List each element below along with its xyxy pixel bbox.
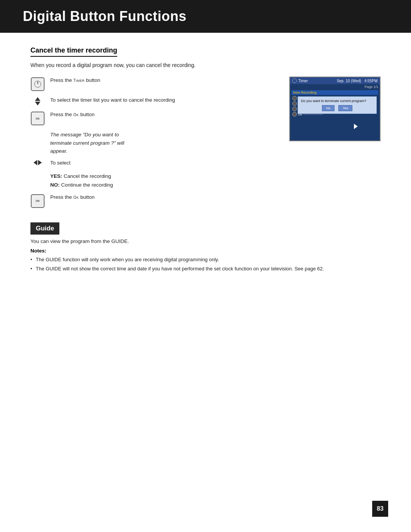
tv-timer-label: Timer bbox=[298, 79, 308, 83]
step-3-row: OK Press the OK button bbox=[30, 111, 278, 125]
page-content: Cancel the timer recording When you reco… bbox=[0, 46, 411, 273]
tv-screen: Timer Sep. 10 (Wed) 4:55PM Page 1/1 Now … bbox=[289, 77, 381, 141]
cancel-timer-section: Cancel the timer recording When you reco… bbox=[30, 46, 381, 213]
ok-keyword-2: OK bbox=[73, 195, 79, 200]
tv-date: Sep. 10 (Wed) bbox=[337, 79, 361, 83]
step-3-text: Press the OK button bbox=[50, 111, 278, 118]
guide-section: Guide You can view the program from the … bbox=[30, 222, 381, 273]
step-1-row: Press the TIMER button bbox=[30, 77, 278, 91]
tv-time: 4:55PM bbox=[365, 79, 378, 83]
arrow-down-icon bbox=[35, 102, 40, 105]
arrow-right-icon bbox=[38, 160, 42, 165]
arrow-left-icon bbox=[33, 160, 37, 165]
page-header: Digital Button Functions bbox=[0, 0, 411, 33]
tv-dialog-yes-button: Yes bbox=[338, 105, 352, 111]
notes-list: The GUIDE function will only work when y… bbox=[30, 256, 381, 273]
tv-row-icon-2 bbox=[292, 101, 297, 106]
step-2-row: To select the timer list you want to can… bbox=[30, 96, 278, 105]
notes-title: Notes: bbox=[30, 248, 381, 254]
guide-title: Guide bbox=[30, 222, 59, 235]
arrows-updown-icon bbox=[30, 96, 45, 105]
tv-dialog-no-button: No bbox=[322, 105, 335, 111]
page-title: Digital Button Functions bbox=[23, 8, 388, 24]
step-5-text: Press the OK button bbox=[50, 193, 278, 201]
arrow-up-icon bbox=[35, 97, 40, 101]
tv-row-icon-3 bbox=[292, 107, 297, 111]
tv-cursor-arrow bbox=[354, 124, 358, 129]
timer-keyword: TIMER bbox=[73, 78, 84, 83]
no-option: NO: Continue the recording bbox=[50, 181, 278, 190]
arrows-lr-icon bbox=[30, 159, 45, 165]
tv-dialog: Do you want to terminate current program… bbox=[298, 96, 377, 114]
note-item-1: The GUIDE function will only work when y… bbox=[30, 256, 381, 264]
notes-section: Notes: The GUIDE function will only work… bbox=[30, 248, 381, 273]
main-layout: Press the TIMER button To select the tim… bbox=[30, 77, 381, 213]
tv-page-info: Page 1/1 bbox=[290, 84, 380, 89]
tv-dialog-text: Do you want to terminate current program… bbox=[301, 99, 373, 103]
note-item-2: The GUIDE will not show the correct time… bbox=[30, 265, 381, 273]
tv-section-title: Now Recording bbox=[292, 90, 378, 95]
page-number: 83 bbox=[372, 501, 388, 517]
ok-button-icon-1: OK bbox=[30, 111, 45, 125]
sub-message: The message "Do you want toterminate cur… bbox=[50, 131, 278, 155]
timer-clock-icon bbox=[292, 78, 297, 83]
intro-text: When you record a digital program now, y… bbox=[30, 62, 381, 68]
step-4-text: To select bbox=[50, 159, 278, 167]
tv-row-icon-4 bbox=[292, 112, 297, 117]
ok-button-icon-2: OK bbox=[30, 193, 45, 208]
yes-option: YES: Cancel the recording bbox=[50, 172, 278, 181]
ok-keyword-1: OK bbox=[73, 113, 79, 117]
steps-column: Press the TIMER button To select the tim… bbox=[30, 77, 278, 213]
tv-screen-header: Timer Sep. 10 (Wed) 4:55PM bbox=[290, 77, 380, 84]
step-5-row: OK Press the OK button bbox=[30, 193, 278, 208]
tv-row-icon-1 bbox=[292, 96, 297, 101]
screen-column: Timer Sep. 10 (Wed) 4:55PM Page 1/1 Now … bbox=[289, 77, 381, 213]
step-2-text: To select the timer list you want to can… bbox=[50, 96, 278, 104]
step-1-text: Press the TIMER button bbox=[50, 77, 278, 84]
tv-date-time: Sep. 10 (Wed) 4:55PM bbox=[337, 79, 378, 83]
step-4-row: To select bbox=[30, 159, 278, 167]
guide-text: You can view the program from the GUIDE. bbox=[30, 238, 381, 244]
tv-dialog-buttons: No Yes bbox=[301, 105, 373, 111]
tv-screen-header-left: Timer bbox=[292, 78, 308, 83]
timer-button-icon bbox=[30, 77, 45, 91]
yes-no-block: YES: Cancel the recording NO: Continue t… bbox=[50, 172, 278, 190]
dialog-message-text: The message "Do you want toterminate cur… bbox=[50, 131, 278, 155]
section-title: Cancel the timer recording bbox=[30, 46, 117, 57]
